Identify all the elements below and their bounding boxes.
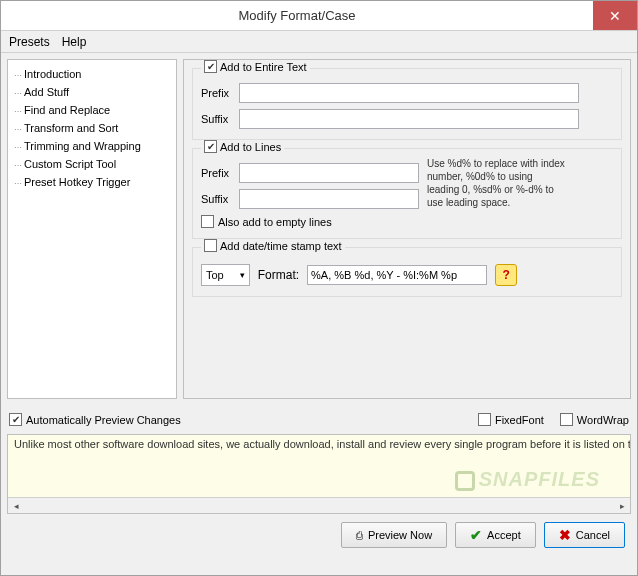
scroll-right-icon[interactable]: ▸	[614, 498, 630, 514]
menu-presets[interactable]: Presets	[9, 35, 50, 49]
watermark: SNAPFILES	[455, 468, 600, 491]
label-suffix-lines: Suffix	[201, 193, 233, 205]
horizontal-scrollbar[interactable]: ◂ ▸	[8, 497, 630, 513]
checkbox-empty-lines[interactable]	[201, 215, 214, 228]
window: Modify Format/Case ✕ Presets Help Introd…	[0, 0, 638, 576]
input-datetime-format[interactable]	[307, 265, 487, 285]
checkbox-wordwrap[interactable]	[560, 413, 573, 426]
preview-box: Unlike most other software download site…	[7, 434, 631, 514]
cancel-button[interactable]: ✖ Cancel	[544, 522, 625, 548]
checkbox-add-entire-text[interactable]	[204, 60, 217, 73]
menu-help[interactable]: Help	[62, 35, 87, 49]
preview-text: Unlike most other software download site…	[8, 435, 630, 453]
label-suffix-entire: Suffix	[201, 113, 233, 125]
sidebar-item-preset-hotkey[interactable]: Preset Hotkey Trigger	[14, 174, 170, 192]
btn-label-preview: Preview Now	[368, 529, 432, 541]
input-suffix-lines[interactable]	[239, 189, 419, 209]
label-auto-preview: Automatically Preview Changes	[26, 414, 181, 426]
label-fixedfont: FixedFont	[495, 414, 544, 426]
group-add-entire-text: Add to Entire Text Prefix Suffix	[192, 68, 622, 140]
accept-button[interactable]: ✔ Accept	[455, 522, 536, 548]
menubar: Presets Help	[1, 31, 637, 53]
snapfiles-icon	[455, 471, 475, 491]
btn-label-accept: Accept	[487, 529, 521, 541]
help-button[interactable]: ?	[495, 264, 517, 286]
chevron-down-icon: ▾	[240, 270, 245, 280]
label-format: Format:	[258, 268, 299, 282]
group-label-entire-text: Add to Entire Text	[220, 61, 307, 73]
group-datetime: Add date/time stamp text Top ▾ Format: ?	[192, 247, 622, 297]
x-icon: ✖	[559, 527, 571, 543]
hint-placeholder-text: Use %d% to replace with index number, %0…	[427, 157, 567, 209]
sidebar: Introduction Add Stuff Find and Replace …	[7, 59, 177, 399]
button-bar: ⎙ Preview Now ✔ Accept ✖ Cancel	[7, 514, 631, 558]
titlebar: Modify Format/Case ✕	[1, 1, 637, 31]
label-prefix-lines: Prefix	[201, 167, 233, 179]
question-icon: ?	[502, 268, 509, 282]
checkbox-datetime[interactable]	[204, 239, 217, 252]
sidebar-item-add-stuff[interactable]: Add Stuff	[14, 84, 170, 102]
settings-panel: Add to Entire Text Prefix Suffix Add to	[183, 59, 631, 399]
group-add-lines: Add to Lines Prefix Suffix	[192, 148, 622, 239]
input-prefix-entire[interactable]	[239, 83, 579, 103]
options-row: Automatically Preview Changes FixedFont …	[7, 403, 631, 430]
close-button[interactable]: ✕	[593, 1, 637, 30]
group-label-datetime: Add date/time stamp text	[220, 240, 342, 252]
scroll-left-icon[interactable]: ◂	[8, 498, 24, 514]
sidebar-item-transform-sort[interactable]: Transform and Sort	[14, 120, 170, 138]
preview-icon: ⎙	[356, 529, 363, 541]
sidebar-item-find-replace[interactable]: Find and Replace	[14, 102, 170, 120]
label-prefix-entire: Prefix	[201, 87, 233, 99]
sidebar-item-trimming-wrapping[interactable]: Trimming and Wrapping	[14, 138, 170, 156]
main-area: Introduction Add Stuff Find and Replace …	[7, 59, 631, 399]
label-empty-lines: Also add to empty lines	[218, 216, 332, 228]
checkbox-fixedfont[interactable]	[478, 413, 491, 426]
close-icon: ✕	[609, 8, 621, 24]
check-icon: ✔	[470, 527, 482, 543]
content: Introduction Add Stuff Find and Replace …	[1, 53, 637, 575]
preview-now-button[interactable]: ⎙ Preview Now	[341, 522, 447, 548]
btn-label-cancel: Cancel	[576, 529, 610, 541]
input-suffix-entire[interactable]	[239, 109, 579, 129]
checkbox-add-lines[interactable]	[204, 140, 217, 153]
group-label-lines: Add to Lines	[220, 141, 281, 153]
input-prefix-lines[interactable]	[239, 163, 419, 183]
select-value: Top	[206, 269, 224, 281]
select-datetime-position[interactable]: Top ▾	[201, 264, 250, 286]
checkbox-auto-preview[interactable]	[9, 413, 22, 426]
sidebar-item-custom-script[interactable]: Custom Script Tool	[14, 156, 170, 174]
window-title: Modify Format/Case	[1, 8, 593, 23]
label-wordwrap: WordWrap	[577, 414, 629, 426]
sidebar-item-introduction[interactable]: Introduction	[14, 66, 170, 84]
